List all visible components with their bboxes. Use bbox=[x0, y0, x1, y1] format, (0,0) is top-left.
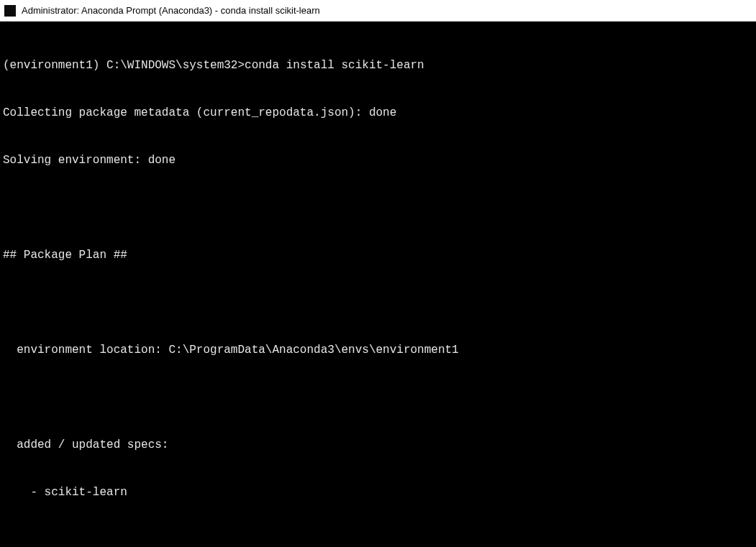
command-text: conda install scikit-learn bbox=[245, 59, 424, 72]
blank-line bbox=[3, 200, 753, 216]
plan-header: ## Package Plan ## bbox=[3, 247, 753, 263]
terminal-icon bbox=[4, 5, 16, 17]
blank-line bbox=[3, 390, 753, 405]
blank-line bbox=[3, 295, 753, 311]
window-title: Administrator: Anaconda Prompt (Anaconda… bbox=[22, 5, 320, 16]
window-titlebar: Administrator: Anaconda Prompt (Anaconda… bbox=[0, 0, 756, 22]
added-specs-label: added / updated specs: bbox=[3, 437, 753, 453]
status-line: Collecting package metadata (current_rep… bbox=[3, 105, 753, 121]
env-location: environment location: C:\ProgramData\Ana… bbox=[3, 342, 753, 358]
prompt-text: (environment1) C:\WINDOWS\system32> bbox=[3, 59, 245, 72]
status-line: Solving environment: done bbox=[3, 152, 753, 168]
prompt-line: (environment1) C:\WINDOWS\system32>conda… bbox=[3, 58, 753, 73]
terminal-output[interactable]: (environment1) C:\WINDOWS\system32>conda… bbox=[0, 22, 756, 547]
blank-line bbox=[3, 532, 753, 547]
added-specs-item: - scikit-learn bbox=[3, 484, 753, 500]
